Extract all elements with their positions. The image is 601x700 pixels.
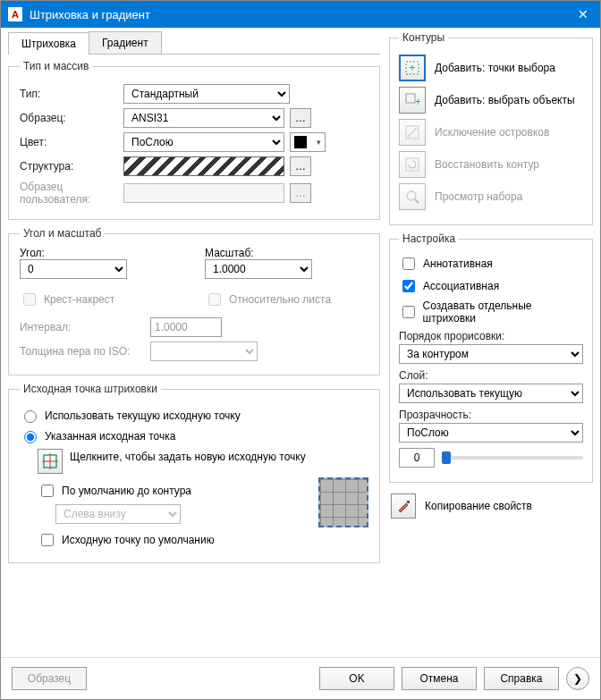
select-origin-position: Слева внизу <box>55 504 181 524</box>
browse-swatch-button[interactable]: … <box>290 156 311 176</box>
label-associative: Ассоциативная <box>423 280 499 292</box>
browse-custom-button: … <box>290 183 311 203</box>
label-type: Тип: <box>20 88 118 100</box>
label-specified-origin: Указанная исходная точка <box>45 430 175 443</box>
pick-origin-text: Щелкните, чтобы задать новую исходную то… <box>70 449 368 463</box>
eyedropper-icon <box>395 498 411 514</box>
legend-angle-scale: Угол и масштаб <box>20 227 105 240</box>
select-type[interactable]: Стандартный <box>123 84 290 104</box>
label-custom-pattern: Образец пользователя: <box>20 181 118 206</box>
recreate-boundary-button <box>399 151 426 178</box>
group-type-array: Тип и массив Тип: Стандартный Образец: A… <box>8 60 380 220</box>
label-angle: Угол: <box>20 247 183 259</box>
recreate-icon <box>404 156 420 173</box>
plus-cursor-icon: + <box>404 92 420 108</box>
checkbox-separate-hatches[interactable] <box>402 306 415 318</box>
group-origin: Исходная точка штриховки Использовать те… <box>8 383 380 563</box>
swatch-preview[interactable] <box>123 156 284 176</box>
select-layer[interactable]: Использовать текущую <box>399 384 583 403</box>
tab-hatch[interactable]: Штриховка <box>8 32 89 55</box>
svg-rect-12 <box>407 501 410 503</box>
radio-specified-origin[interactable] <box>24 431 37 443</box>
group-angle-scale: Угол и масштаб Угол: 0 Масштаб: 1.0000 К… <box>8 227 380 375</box>
view-selections-button <box>399 183 426 210</box>
label-swatch: Структура: <box>20 160 118 173</box>
label-draw-order: Порядок прорисовки: <box>399 330 583 342</box>
label-inherit-properties: Копирование свойств <box>425 500 532 512</box>
checkbox-double <box>23 293 36 306</box>
label-default-boundary: По умолчанию до контура <box>62 485 191 497</box>
group-options: Настройка Аннотативная Ассоциативная Соз… <box>389 232 593 483</box>
tab-gradient[interactable]: Градиент <box>89 31 162 54</box>
target-icon <box>42 453 58 469</box>
select-draw-order[interactable]: За контуром <box>399 344 583 364</box>
select-scale[interactable]: 1.0000 <box>205 259 312 279</box>
color-swatch-dropdown[interactable]: ▾ <box>290 132 326 152</box>
add-select-objects-button[interactable]: + <box>399 87 426 114</box>
magnifier-icon <box>404 189 420 205</box>
label-scale: Масштаб: <box>205 247 368 259</box>
label-annotative: Аннотативная <box>423 257 493 270</box>
checkbox-relative-paper <box>208 293 221 306</box>
svg-line-8 <box>408 128 417 137</box>
label-layer: Слой: <box>399 369 583 382</box>
browse-pattern-button[interactable]: … <box>290 108 311 128</box>
label-double: Крест-накрест <box>44 293 114 306</box>
pick-origin-button[interactable] <box>38 449 63 474</box>
checkbox-associative[interactable] <box>402 280 415 292</box>
label-select-objects: Добавить: выбрать объекты <box>435 94 575 106</box>
svg-rect-5 <box>406 94 415 103</box>
svg-text:+: + <box>415 96 420 108</box>
label-spacing: Интервал: <box>20 321 145 333</box>
svg-line-11 <box>415 199 419 203</box>
label-iso-pen: Толщина пера по ISO: <box>20 345 145 358</box>
select-pattern[interactable]: ANSI31 <box>123 108 284 128</box>
remove-icon <box>404 124 420 140</box>
select-iso-pen <box>150 342 258 361</box>
select-color[interactable]: ПоСлою <box>123 132 284 152</box>
expand-button[interactable]: ❯ <box>566 667 589 690</box>
label-transparency: Прозрачность: <box>399 409 583 421</box>
checkbox-store-default-origin[interactable] <box>41 534 54 546</box>
help-button[interactable]: Справка <box>484 667 559 690</box>
checkbox-annotative[interactable] <box>402 257 415 270</box>
group-boundaries: Контуры + Добавить: точки выбора + Добав… <box>389 31 593 225</box>
boundary-extent-preview <box>318 477 368 527</box>
inherit-properties-button[interactable] <box>391 493 416 519</box>
label-use-current-origin: Использовать текущую исходную точку <box>45 409 241 422</box>
legend-options: Настройка <box>399 232 459 245</box>
label-store-default-origin: Исходную точку по умолчанию <box>62 534 215 546</box>
close-button[interactable]: ✕ <box>573 4 593 24</box>
label-remove-islands: Исключение островков <box>435 126 549 139</box>
input-spacing <box>150 317 222 337</box>
cancel-button[interactable]: Отмена <box>402 667 477 690</box>
label-color: Цвет: <box>20 136 118 148</box>
app-icon: A <box>8 7 22 21</box>
legend-origin: Исходная точка штриховки <box>20 383 161 395</box>
window-title: Штриховка и градиент <box>30 8 573 21</box>
input-transparency-value[interactable] <box>399 448 435 468</box>
checkbox-default-boundary[interactable] <box>41 485 54 497</box>
legend-type-array: Тип и массив <box>20 60 92 72</box>
slider-transparency[interactable] <box>442 456 583 460</box>
label-pattern: Образец: <box>20 112 118 124</box>
label-separate-hatches: Создавать отдельные штриховки <box>423 299 583 325</box>
preview-button: Образец <box>12 667 87 690</box>
radio-use-current-origin[interactable] <box>24 410 37 423</box>
footer: Образец OK Отмена Справка ❯ <box>1 657 600 699</box>
add-pick-points-button[interactable]: + <box>399 55 426 81</box>
chevron-right-icon: ❯ <box>573 672 582 685</box>
ok-button[interactable]: OK <box>319 667 394 690</box>
svg-text:+: + <box>409 62 415 74</box>
label-recreate-boundary: Восстановить контур <box>435 158 539 171</box>
plus-rect-icon: + <box>404 60 420 76</box>
select-angle[interactable]: 0 <box>20 259 127 279</box>
custom-pattern-preview <box>123 183 284 203</box>
label-relative-paper: Относительно листа <box>229 293 331 306</box>
label-view-selections: Просмотр набора <box>435 190 522 203</box>
svg-point-10 <box>407 191 416 200</box>
titlebar: A Штриховка и градиент ✕ <box>1 1 600 28</box>
tab-strip: Штриховка Градиент <box>8 31 380 55</box>
legend-boundaries: Контуры <box>399 31 448 44</box>
select-transparency-mode[interactable]: ПоСлою <box>399 423 583 443</box>
